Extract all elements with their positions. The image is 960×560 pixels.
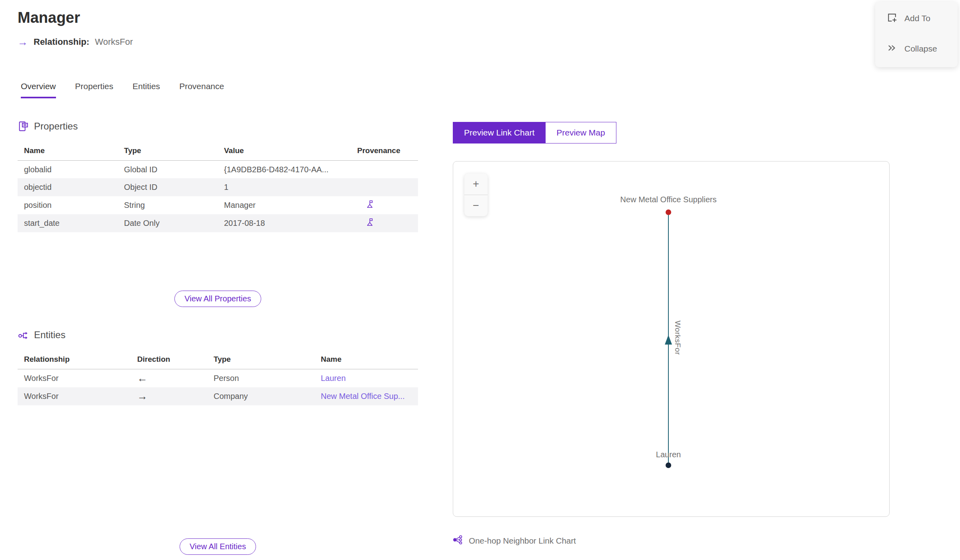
prop-value: 1 (218, 178, 351, 196)
col-header-provenance: Provenance (351, 142, 418, 161)
edge-label: WorksFor (673, 321, 682, 355)
chart-caption: One-hop Neighbor Link Chart (453, 534, 890, 547)
page-title: Manager (18, 10, 960, 26)
tab-properties[interactable]: Properties (75, 82, 114, 98)
direction-left-arrow-icon: ← (137, 372, 148, 384)
prop-name: position (18, 196, 118, 214)
col-header-name: Name (314, 351, 418, 369)
view-all-properties-button[interactable]: View All Properties (174, 291, 261, 307)
prop-type: String (118, 196, 218, 214)
col-header-value: Value (218, 142, 351, 161)
person-node-dot[interactable] (666, 462, 671, 468)
view-all-entities-button[interactable]: View All Entities (180, 538, 256, 555)
properties-section-header: Properties (18, 121, 418, 132)
table-row: WorksFor ← Person Lauren (18, 369, 418, 387)
entities-table: Relationship Direction Type Name WorksFo… (18, 351, 418, 405)
properties-table: Name Type Value Provenance globalid Glob… (18, 142, 418, 233)
edge-arrowhead-up-icon (665, 335, 672, 345)
link-chart-canvas: + − WorksFor New Metal Office Suppliers … (453, 161, 890, 517)
entities-section-title: Entities (34, 329, 66, 341)
add-to-label: Add To (904, 14, 930, 23)
chart-caption-text: One-hop Neighbor Link Chart (469, 536, 576, 546)
prop-value: {1A9DB2B6-D482-4170-AA... (218, 160, 351, 178)
col-header-type: Type (207, 351, 314, 369)
prop-name: objectid (18, 178, 118, 196)
detail-actions-panel: Add To Collapse (875, 2, 958, 67)
tab-overview[interactable]: Overview (21, 82, 56, 98)
prop-value: Manager (218, 196, 351, 214)
table-row: start_date Date Only 2017-08-18 (18, 214, 418, 232)
prop-value: 2017-08-18 (218, 214, 351, 232)
add-to-button[interactable]: Add To (886, 12, 958, 25)
preview-link-chart-button[interactable]: Preview Link Chart (453, 122, 545, 143)
zoom-out-button[interactable]: − (464, 195, 488, 216)
direction-right-arrow-icon: → (137, 390, 148, 402)
table-row: WorksFor → Company New Metal Office Sup.… (18, 387, 418, 405)
tab-bar: Overview Properties Entities Provenance (18, 82, 960, 98)
double-chevron-right-icon (886, 42, 898, 55)
collapse-label: Collapse (904, 44, 937, 54)
entities-header-row: Relationship Direction Type Name (18, 351, 418, 369)
prop-type: Object ID (118, 178, 218, 196)
col-header-name: Name (18, 142, 118, 161)
table-row: globalid Global ID {1A9DB2B6-D482-4170-A… (18, 160, 418, 178)
col-header-direction: Direction (131, 351, 207, 369)
properties-header-row: Name Type Value Provenance (18, 142, 418, 161)
tab-provenance[interactable]: Provenance (179, 82, 224, 98)
person-node-label: Lauren (656, 450, 681, 459)
entities-graph-icon (18, 329, 29, 341)
prop-type: Date Only (118, 214, 218, 232)
overview-left-column: Properties Name Type Value Provenance gl… (18, 121, 418, 555)
entity-type: Person (207, 369, 314, 387)
relationship-value: WorksFor (95, 37, 133, 47)
table-row: position String Manager (18, 196, 418, 214)
entity-name-link[interactable]: New Metal Office Sup... (321, 392, 405, 401)
zoom-in-button[interactable]: + (464, 173, 488, 195)
col-header-type: Type (118, 142, 218, 161)
preview-panel: Preview Link Chart Preview Map + − Works… (453, 122, 890, 547)
collapse-button[interactable]: Collapse (886, 42, 958, 55)
preview-map-button[interactable]: Preview Map (545, 122, 616, 143)
provenance-flag-icon[interactable] (365, 199, 375, 211)
col-header-relationship: Relationship (18, 351, 131, 369)
entity-relationship: WorksFor (18, 369, 131, 387)
company-node-label: New Metal Office Suppliers (620, 195, 717, 204)
add-to-icon (886, 12, 898, 25)
prop-type: Global ID (118, 160, 218, 178)
entities-section-header: Entities (18, 329, 418, 341)
provenance-flag-icon[interactable] (365, 217, 375, 229)
prop-name: globalid (18, 160, 118, 178)
preview-mode-toggle: Preview Link Chart Preview Map (453, 122, 616, 143)
table-row: objectid Object ID 1 (18, 178, 418, 196)
entity-type: Company (207, 387, 314, 405)
prop-name: start_date (18, 214, 118, 232)
entity-relationship: WorksFor (18, 387, 131, 405)
company-node-dot[interactable] (666, 209, 671, 215)
properties-section-title: Properties (34, 121, 78, 132)
tab-entities[interactable]: Entities (132, 82, 160, 98)
entity-name-link[interactable]: Lauren (321, 374, 346, 383)
relationship-arrow-icon: → (18, 37, 28, 47)
one-hop-link-chart-icon (453, 534, 464, 547)
properties-icon (18, 121, 29, 132)
relationship-label: Relationship: (34, 37, 89, 47)
zoom-control: + − (464, 173, 488, 216)
relationship-subtitle: → Relationship: WorksFor (18, 37, 960, 47)
